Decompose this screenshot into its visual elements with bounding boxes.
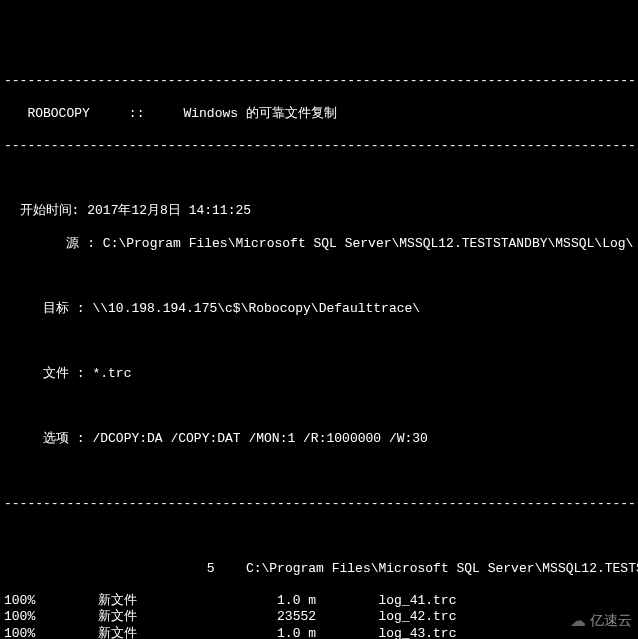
blank xyxy=(4,268,638,284)
source-path: 源 : C:\Program Files\Microsoft SQL Serve… xyxy=(4,236,638,252)
blank xyxy=(4,333,638,349)
file-row: 100% 新文件 23552 log_42.trc xyxy=(4,609,638,625)
dest-path: 目标 : \\10.198.194.175\c$\Robocopy\Defaul… xyxy=(4,301,638,317)
app-title: Windows 的可靠文件复制 xyxy=(183,106,336,121)
blank xyxy=(4,398,638,414)
scan-line: 5 C:\Program Files\Microsoft SQL Server\… xyxy=(4,561,638,577)
blank xyxy=(4,171,638,187)
start-time: 开始时间: 2017年12月8日 14:11:25 xyxy=(4,203,638,219)
divider: ----------------------------------------… xyxy=(4,496,638,512)
divider: ----------------------------------------… xyxy=(4,73,638,89)
file-row: 100% 新文件 1.0 m log_43.trc xyxy=(4,626,638,640)
divider: ----------------------------------------… xyxy=(4,138,638,154)
files-pattern: 文件 : *.trc xyxy=(4,366,638,382)
blank xyxy=(4,528,638,544)
blank xyxy=(4,463,638,479)
file-row: 100% 新文件 1.0 m log_41.trc xyxy=(4,593,638,609)
options: 选项 : /DCOPY:DA /COPY:DAT /MON:1 /R:10000… xyxy=(4,431,638,447)
file-list: 100% 新文件 1.0 m log_41.trc100% 新文件 23552 … xyxy=(4,593,638,639)
header-line: ROBOCOPY :: Windows 的可靠文件复制 xyxy=(4,106,638,122)
app-name: ROBOCOPY xyxy=(27,106,89,121)
